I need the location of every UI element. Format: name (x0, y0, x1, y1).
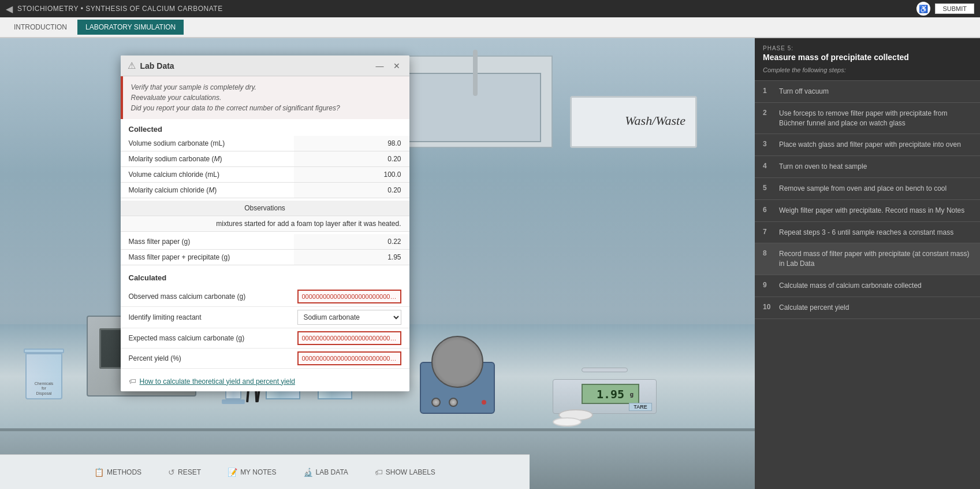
col-value: 100.0 (294, 167, 409, 183)
link-row: 🏷 How to calculate theoretical yield and… (121, 371, 409, 391)
expected-mass-input[interactable] (297, 331, 401, 345)
modal-warning-banner: Verify that your sample is completely dr… (121, 76, 409, 119)
lab-scene: Wash/Waste Chemicals for Disposal (0, 38, 755, 489)
step-text-2: Use forceps to remove filter paper with … (779, 109, 972, 128)
col-value: 0.20 (294, 151, 409, 167)
step-1: 1 Turn off vacuum (755, 81, 980, 103)
top-bar-left: ◀ STOICHIOMETRY • SYNTHESIS OF CALCIUM C… (6, 3, 223, 14)
mass-label-2: Mass filter paper + precipitate (g) (121, 250, 294, 265)
limiting-reactant-select[interactable]: Sodium carbonate Calcium chloride (297, 310, 401, 325)
back-button[interactable]: ◀ (6, 3, 13, 14)
modal-title: Lab Data (140, 61, 174, 71)
top-bar: ◀ STOICHIOMETRY • SYNTHESIS OF CALCIUM C… (0, 0, 980, 17)
theoretical-yield-link[interactable]: How to calculate theoretical yield and p… (140, 377, 295, 386)
step-text-8: Record mass of filter paper with precipi… (779, 249, 972, 269)
warning-line-2: Reevaluate your calculations. (131, 92, 401, 103)
observed-mass-input[interactable] (297, 290, 401, 303)
step-7: 7 Repeat steps 3 - 6 until sample reache… (755, 222, 980, 244)
col-value: 98.0 (294, 136, 409, 151)
phase-header: PHASE 5: Measure mass of precipitate col… (755, 38, 980, 81)
tab-introduction[interactable]: INTRODUCTION (6, 20, 75, 35)
step-num-1: 1 (763, 87, 773, 95)
calc-label-limiting: Identify limiting reactant (129, 313, 297, 321)
modal-warning-icon: ⚠ (128, 60, 136, 71)
tab-lab-simulation[interactable]: LABORATORY SIMULATION (77, 20, 184, 35)
modal-title-area: ⚠ Lab Data (128, 60, 174, 71)
calculated-section-title: Calculated (121, 268, 409, 284)
calc-label-observed: Observed mass calcium carbonate (g) (129, 292, 297, 301)
nav-tabs: INTRODUCTION LABORATORY SIMULATION (0, 17, 980, 38)
tare-button[interactable]: TARE (629, 403, 652, 411)
step-text-10: Calculate percent yield (779, 303, 849, 313)
step-4: 4 Turn on oven to heat sample (755, 156, 980, 178)
step-num-3: 3 (763, 140, 773, 148)
modal-header: ⚠ Lab Data — ✕ (121, 55, 409, 76)
mass-label-1: Mass filter paper (g) (121, 234, 294, 250)
col-label: Molarity sodium carbonate (M) (121, 151, 294, 167)
table-row: Volume calcium chloride (mL) 100.0 (121, 167, 409, 183)
my-notes-button[interactable]: 📝 MY NOTES (223, 465, 281, 479)
methods-icon: 📋 (94, 468, 104, 477)
steps-header-label: Complete the following steps: (763, 66, 972, 73)
phase-title: Measure mass of precipitate collected (763, 53, 972, 62)
observations-table: Observations mixtures started for add a … (121, 201, 409, 232)
reset-label: RESET (178, 468, 201, 476)
modal-overlay: ⚠ Lab Data — ✕ Verify that your sample i… (0, 38, 530, 454)
balance-pan (582, 368, 628, 372)
wash-waste-label: Wash/Waste (625, 113, 685, 128)
modal-controls: — ✕ (374, 61, 403, 71)
step-text-1: Turn off vacuum (779, 87, 829, 97)
bottom-toolbar: 📋 METHODS ↺ RESET 📝 MY NOTES 🔬 LAB DATA … (0, 454, 530, 489)
calc-row-limiting-reactant: Identify limiting reactant Sodium carbon… (121, 307, 409, 328)
modal-minimize-button[interactable]: — (374, 61, 386, 71)
balance-base: 1.95 g TARE (553, 379, 657, 414)
step-6: 6 Weigh filter paper with precipitate. R… (755, 200, 980, 222)
table-row: Volume sodium carbonate (mL) 98.0 (121, 136, 409, 151)
col-label: Volume calcium chloride (mL) (121, 167, 294, 183)
reset-icon: ↺ (168, 468, 175, 477)
step-num-2: 2 (763, 109, 773, 117)
step-text-4: Turn on oven to heat sample (779, 162, 867, 172)
step-num-5: 5 (763, 184, 773, 192)
calculated-section: Observed mass calcium carbonate (g) Iden… (121, 284, 409, 371)
table-row: Mass filter paper (g) 0.22 (121, 234, 409, 250)
step-num-7: 7 (763, 228, 773, 236)
calc-row-percent-yield: Percent yield (%) (121, 349, 409, 369)
accessibility-button[interactable]: ♿ (916, 2, 930, 16)
lab-data-label: LAB DATA (316, 468, 348, 476)
modal-close-button[interactable]: ✕ (391, 61, 403, 71)
calc-label-expected: Expected mass calcium carbonate (g) (129, 334, 297, 342)
step-text-9: Calculate mass of calcium carbonate coll… (779, 281, 922, 291)
calc-row-expected-mass: Expected mass calcium carbonate (g) (121, 328, 409, 349)
step-num-10: 10 (763, 303, 773, 311)
reset-button[interactable]: ↺ RESET (163, 465, 206, 479)
step-num-9: 9 (763, 281, 773, 289)
right-panel: PHASE 5: Measure mass of precipitate col… (755, 38, 980, 489)
app-title: STOICHIOMETRY • SYNTHESIS OF CALCIUM CAR… (17, 5, 223, 13)
my-notes-label: MY NOTES (240, 468, 276, 476)
mass-table: Mass filter paper (g) 0.22 Mass filter p… (121, 234, 409, 265)
calc-row-observed-mass: Observed mass calcium carbonate (g) (121, 287, 409, 307)
step-10: 10 Calculate percent yield (755, 297, 980, 319)
calc-label-percent-yield: Percent yield (%) (129, 354, 297, 362)
methods-label: METHODS (107, 468, 141, 476)
table-row: Mass filter paper + precipitate (g) 1.95 (121, 250, 409, 265)
step-num-4: 4 (763, 162, 773, 170)
lab-data-button[interactable]: 🔬 LAB DATA (299, 465, 353, 479)
step-num-6: 6 (763, 206, 773, 214)
mass-value-1: 0.22 (294, 234, 409, 250)
notes-icon: 📝 (228, 468, 237, 477)
methods-button[interactable]: 📋 METHODS (90, 465, 146, 479)
tag-icon: 🏷 (129, 377, 136, 386)
show-labels-button[interactable]: 🏷 SHOW LABELS (370, 465, 440, 479)
table-row: Molarity calcium chloride (M) 0.20 (121, 183, 409, 198)
collected-table: Volume sodium carbonate (mL) 98.0 Molari… (121, 136, 409, 198)
submit-button[interactable]: SUBMIT (935, 3, 974, 14)
step-9: 9 Calculate mass of calcium carbonate co… (755, 275, 980, 297)
main-content: Wash/Waste Chemicals for Disposal (0, 38, 980, 489)
table-row: Molarity sodium carbonate (M) 0.20 (121, 151, 409, 167)
lab-data-icon: 🔬 (303, 468, 313, 477)
percent-yield-input[interactable] (297, 351, 401, 365)
col-label: Volume sodium carbonate (mL) (121, 136, 294, 151)
step-5: 5 Remove sample from oven and place on b… (755, 178, 980, 200)
